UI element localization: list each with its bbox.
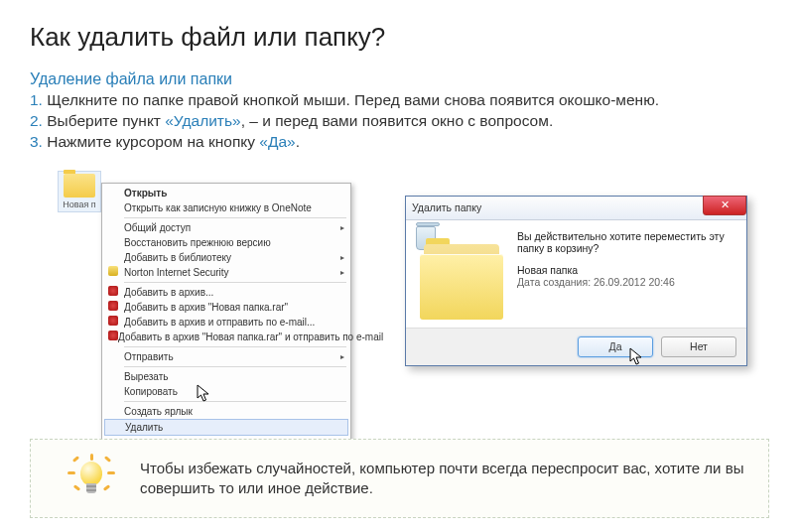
menu-label: Открыть как записную книжку в OneNote (124, 201, 312, 214)
button-label: Да (609, 340, 622, 352)
menu-cut[interactable]: Вырезать (104, 369, 348, 384)
step-text: Щелкните по папке правой кнопкой мыши. П… (43, 91, 659, 108)
menu-send[interactable]: Отправить▸ (104, 349, 348, 364)
menu-share[interactable]: Общий доступ▸ (104, 220, 348, 235)
menu-add-email[interactable]: Добавить в архив и отправить по e-mail..… (104, 315, 348, 330)
dialog-folder-date: Дата создания: 26.09.2012 20:46 (517, 276, 732, 288)
step-text: Выберите пункт (43, 112, 165, 129)
context-menu: Открыть Открыть как записную книжку в On… (101, 183, 351, 473)
page-title: Как удалить файл или папку? (30, 22, 769, 53)
cursor-icon (629, 347, 645, 367)
menu-label: Восстановить прежнюю версию (124, 236, 271, 249)
step-number: 1. (30, 91, 43, 108)
step-number: 2. (30, 112, 43, 129)
menu-label: Вырезать (124, 370, 168, 383)
menu-label: Открыть (124, 187, 167, 200)
menu-open[interactable]: Открыть (104, 186, 348, 200)
dialog-folder-name: Новая папка (517, 264, 732, 276)
confirm-dialog: Удалить папку ✕ Вы действительно хотите … (405, 196, 747, 366)
no-button[interactable]: Нет (661, 336, 736, 357)
folder-icon[interactable]: Новая п (58, 171, 101, 212)
close-icon: ✕ (721, 199, 730, 211)
dialog-title: Удалить папку (412, 201, 481, 213)
lightbulb-icon (67, 454, 116, 503)
menu-add-archive[interactable]: Добавить в архив... (104, 285, 348, 300)
menu-separator (124, 366, 346, 367)
quoted-term: «Да» (259, 133, 295, 150)
section-subtitle: Удаление файла или папки (30, 70, 769, 88)
step-text: Нажмите курсором на кнопку (43, 133, 259, 150)
submenu-arrow-icon: ▸ (340, 350, 344, 363)
menu-copy[interactable]: Копировать (104, 384, 348, 399)
step-text-after: , – и перед вами появится окно с вопросо… (241, 112, 554, 129)
folder-large-icon (420, 236, 503, 320)
menu-separator (124, 282, 346, 283)
tip-box: Чтобы избежать случайностей, компьютер п… (30, 439, 769, 518)
menu-library[interactable]: Добавить в библиотеку▸ (104, 250, 348, 265)
menu-label: Добавить в архив "Новая папка.rar" (124, 301, 288, 314)
norton-icon (108, 266, 118, 276)
dialog-question: Вы действительно хотите переместить эту … (517, 230, 732, 254)
step-number: 3. (30, 133, 43, 150)
submenu-arrow-icon: ▸ (340, 221, 344, 234)
menu-label: Добавить в архив и отправить по e-mail..… (124, 316, 315, 329)
menu-label: Копировать (124, 385, 178, 398)
menu-label: Добавить в архив "Новая папка.rar" и отп… (118, 331, 383, 343)
context-menu-illustration: Новая п Открыть Открыть как записную кни… (58, 171, 355, 429)
quoted-term: «Удалить» (165, 112, 240, 129)
step-1: 1. Щелкните по папке правой кнопкой мыши… (30, 90, 769, 111)
menu-label: Общий доступ (124, 221, 191, 234)
tip-text: Чтобы избежать случайностей, компьютер п… (140, 459, 750, 499)
cursor-icon (197, 384, 212, 404)
menu-label: Отправить (124, 350, 174, 363)
folder-label: Новая п (63, 200, 95, 209)
folder-glyph-icon (64, 174, 95, 198)
step-3: 3. Нажмите курсором на кнопку «Да». (30, 132, 769, 153)
archive-icon (108, 331, 118, 340)
archive-icon (108, 286, 118, 296)
submenu-arrow-icon: ▸ (340, 266, 344, 279)
submenu-arrow-icon: ▸ (340, 251, 344, 264)
menu-add-rar-email[interactable]: Добавить в архив "Новая папка.rar" и отп… (104, 330, 348, 344)
menu-delete[interactable]: Удалить (104, 419, 348, 436)
menu-label: Добавить в библиотеку (124, 251, 231, 264)
dialog-titlebar: Удалить папку ✕ (406, 197, 746, 220)
menu-separator (124, 346, 346, 347)
menu-norton[interactable]: Norton Internet Security▸ (104, 265, 348, 280)
menu-label: Norton Internet Security (124, 266, 229, 279)
menu-shortcut[interactable]: Создать ярлык (104, 404, 348, 419)
button-label: Нет (690, 340, 708, 352)
archive-icon (108, 301, 118, 311)
menu-separator (124, 401, 346, 402)
confirm-dialog-illustration: Удалить папку ✕ Вы действительно хотите … (405, 196, 747, 366)
archive-icon (108, 316, 118, 326)
step-text-after: . (296, 133, 300, 150)
steps-list: 1. Щелкните по папке правой кнопкой мыши… (30, 90, 769, 153)
menu-label: Удалить (125, 421, 163, 434)
menu-restore[interactable]: Восстановить прежнюю версию (104, 235, 348, 250)
step-2: 2. Выберите пункт «Удалить», – и перед в… (30, 111, 769, 132)
menu-label: Создать ярлык (124, 405, 193, 418)
menu-separator (124, 217, 346, 218)
close-button[interactable]: ✕ (703, 196, 746, 215)
menu-onenote[interactable]: Открыть как записную книжку в OneNote (104, 200, 348, 215)
menu-label: Добавить в архив... (124, 286, 213, 299)
menu-add-rar[interactable]: Добавить в архив "Новая папка.rar" (104, 300, 348, 315)
